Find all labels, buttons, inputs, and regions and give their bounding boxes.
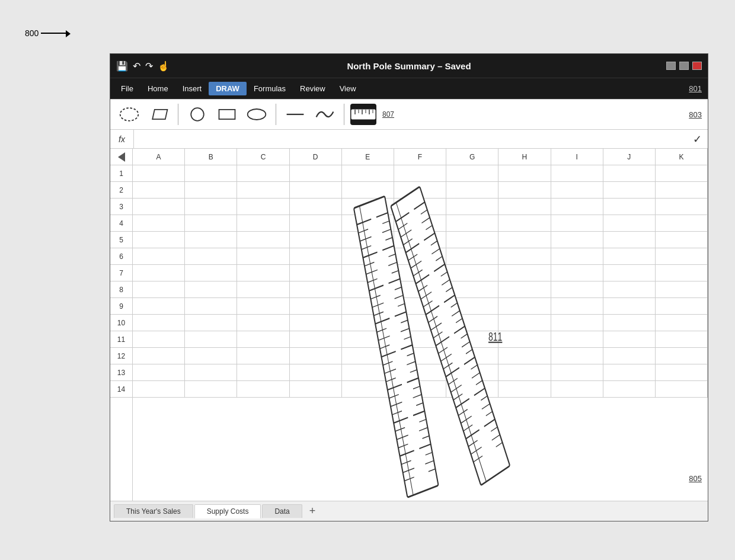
- minimize-btn[interactable]: [666, 62, 676, 70]
- outer-container: 800 💾 ↶ ↷ ☝ North Pole Summary – Saved: [0, 0, 735, 560]
- oval-icon: [246, 106, 267, 123]
- row-13[interactable]: 13: [110, 364, 132, 381]
- window-title: North Pole Summary – Saved: [347, 61, 471, 71]
- circle-tool[interactable]: [184, 104, 210, 125]
- ref-803: 803: [689, 110, 702, 119]
- grid-cells: 811 805: [133, 165, 708, 501]
- divider-1: [178, 104, 178, 125]
- circle-icon: [187, 106, 208, 123]
- rectangle-icon: [216, 106, 238, 123]
- select-all-icon[interactable]: [118, 152, 125, 162]
- ruler-tool-icon: [350, 105, 376, 124]
- sheet-tabs: This Year's Sales Supply Costs Data +: [110, 501, 708, 521]
- parallelogram-icon: [148, 106, 170, 123]
- grid-container: A B C D E F G H I J K 1 2 3 4: [110, 149, 708, 501]
- label-800: 800: [25, 28, 71, 38]
- curve-tool[interactable]: [312, 104, 338, 125]
- app-window: 💾 ↶ ↷ ☝ North Pole Summary – Saved File …: [110, 53, 708, 521]
- formula-input[interactable]: [134, 130, 687, 148]
- menu-formulas[interactable]: Formulas: [247, 82, 293, 95]
- lasso-icon: [119, 106, 140, 123]
- menu-file[interactable]: File: [114, 82, 140, 95]
- row-1[interactable]: 1: [110, 165, 132, 182]
- window-controls: [666, 62, 702, 70]
- row-4[interactable]: 4: [110, 215, 132, 232]
- svg-marker-1: [152, 110, 167, 119]
- save-icon[interactable]: 💾: [116, 60, 128, 72]
- sheet-tab-sales[interactable]: This Year's Sales: [114, 504, 193, 518]
- menu-draw[interactable]: DRAW: [209, 82, 247, 95]
- ruler-tool-button[interactable]: [350, 104, 376, 125]
- col-header-F[interactable]: F: [394, 149, 446, 165]
- row-2[interactable]: 2: [110, 182, 132, 199]
- menu-view[interactable]: View: [333, 82, 363, 95]
- menu-insert[interactable]: Insert: [175, 82, 209, 95]
- line-icon: [285, 106, 306, 123]
- line-tool[interactable]: [282, 104, 308, 125]
- col-header-K[interactable]: K: [656, 149, 708, 165]
- row-num-header: [110, 149, 133, 165]
- column-headers: A B C D E F G H I J K: [110, 149, 708, 165]
- row-numbers: 1 2 3 4 5 6 7 8 9 10 11 12 13 14: [110, 165, 133, 501]
- col-header-D[interactable]: D: [290, 149, 342, 165]
- lasso-tool[interactable]: [116, 104, 142, 125]
- touch-icon[interactable]: ☝: [158, 60, 170, 72]
- row-9[interactable]: 9: [110, 298, 132, 315]
- ruler-svg[interactable]: 811: [133, 165, 708, 501]
- formula-confirm[interactable]: ✓: [687, 133, 708, 146]
- parallelogram-tool[interactable]: [146, 104, 172, 125]
- redo-icon[interactable]: ↷: [145, 60, 153, 72]
- row-14[interactable]: 14: [110, 381, 132, 398]
- menu-review[interactable]: Review: [293, 82, 333, 95]
- ruler-overlay: 811: [133, 165, 708, 501]
- row-3[interactable]: 3: [110, 199, 132, 215]
- oval-tool[interactable]: [244, 104, 270, 125]
- title-bar-icons: 💾 ↶ ↷ ☝: [116, 60, 170, 72]
- svg-rect-3: [219, 110, 235, 119]
- row-5[interactable]: 5: [110, 232, 132, 248]
- grid-body: 1 2 3 4 5 6 7 8 9 10 11 12 13 14: [110, 165, 708, 501]
- ref-801: 801: [686, 83, 704, 94]
- label-800-text: 800: [25, 28, 39, 38]
- row-8[interactable]: 8: [110, 281, 132, 298]
- col-header-E[interactable]: E: [342, 149, 394, 165]
- menu-bar: File Home Insert DRAW Formulas Review Vi…: [110, 78, 708, 99]
- curve-icon: [314, 106, 335, 123]
- row-12[interactable]: 12: [110, 348, 132, 364]
- divider-3: [344, 104, 344, 125]
- formula-label: fx: [110, 130, 134, 148]
- svg-point-4: [248, 109, 266, 120]
- add-sheet-button[interactable]: +: [303, 503, 322, 520]
- col-header-H[interactable]: H: [498, 149, 551, 165]
- row-6[interactable]: 6: [110, 248, 132, 265]
- col-header-J[interactable]: J: [603, 149, 656, 165]
- title-bar: 💾 ↶ ↷ ☝ North Pole Summary – Saved: [110, 54, 708, 78]
- undo-icon[interactable]: ↶: [133, 60, 140, 72]
- svg-point-2: [191, 108, 204, 121]
- sheet-tab-supply[interactable]: Supply Costs: [194, 504, 261, 519]
- row-7[interactable]: 7: [110, 265, 132, 281]
- svg-point-0: [120, 108, 139, 121]
- col-header-C[interactable]: C: [237, 149, 289, 165]
- col-header-I[interactable]: I: [551, 149, 603, 165]
- col-header-B[interactable]: B: [185, 149, 237, 165]
- ref-805: 805: [689, 474, 702, 483]
- sheet-tab-data[interactable]: Data: [262, 504, 302, 518]
- ref-811-text: 811: [488, 329, 502, 343]
- restore-btn[interactable]: [679, 62, 689, 70]
- divider-2: [276, 104, 276, 125]
- formula-bar: fx ✓: [110, 130, 708, 149]
- draw-toolbar: 807 803: [110, 99, 708, 130]
- menu-home[interactable]: Home: [140, 82, 175, 95]
- row-10[interactable]: 10: [110, 315, 132, 331]
- row-11[interactable]: 11: [110, 331, 132, 348]
- close-btn[interactable]: [692, 62, 702, 70]
- rectangle-tool[interactable]: [214, 104, 240, 125]
- col-header-G[interactable]: G: [446, 149, 498, 165]
- arrow-800-icon: [41, 29, 71, 37]
- ref-807: 807: [382, 110, 394, 119]
- col-header-A[interactable]: A: [133, 149, 185, 165]
